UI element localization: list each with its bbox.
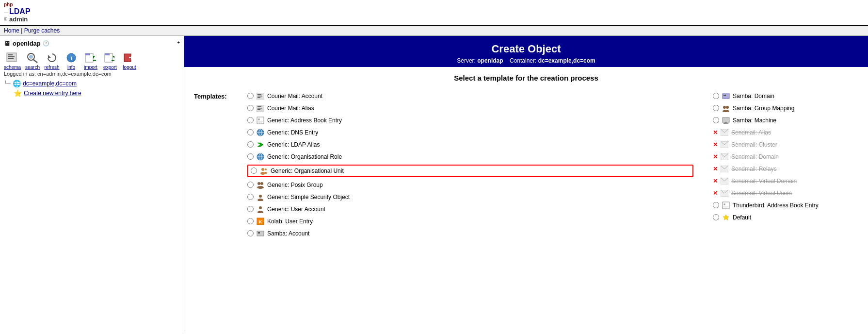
template-icon-generic-user-account: [256, 205, 265, 214]
create-object-title: Create Object: [184, 43, 868, 55]
svg-rect-22: [257, 94, 261, 95]
template-label-generic-org-unit: Generic: Organisational Unit: [271, 168, 344, 174]
search-icon-item[interactable]: search: [25, 51, 40, 70]
svg-rect-2: [8, 56, 15, 57]
template-radio-samba-account[interactable]: [247, 230, 254, 236]
template-item-generic-posix-group[interactable]: Generic: Posix Group: [247, 181, 693, 189]
template-icon-sendmail-alias: [720, 128, 729, 137]
template-radio-generic-org-role[interactable]: [247, 153, 254, 160]
template-label-generic-user-account: Generic: User Account: [267, 206, 325, 213]
ldap-row: — LDAP: [4, 7, 31, 16]
sidebar: + 🖥 openldap 🕐 schema: [0, 36, 184, 332]
svg-rect-31: [258, 121, 263, 121]
template-label-samba-account: Samba: Account: [267, 230, 309, 237]
template-radio-kolab-user-entry[interactable]: [247, 218, 254, 224]
sidebar-icons: schema search: [4, 51, 180, 70]
clock-icon: 🕐: [43, 40, 49, 47]
template-item-samba-domain[interactable]: Samba: Domain: [713, 92, 858, 100]
disabled-icon-sendmail-cluster: ✕: [713, 141, 718, 148]
template-label-thunderbird-address-book: Thunderbird: Address Book Entry: [733, 202, 819, 209]
refresh-icon-item[interactable]: refresh: [44, 51, 60, 70]
template-item-samba-machine[interactable]: Samba: Machine: [713, 116, 858, 125]
top-bar: php — LDAP ⊞ admin: [0, 0, 868, 26]
template-label-generic-ldap-alias: Generic: LDAP Alias: [267, 141, 320, 148]
template-item-kolab-user-entry[interactable]: KKolab: User Entry: [247, 217, 693, 226]
template-radio-generic-dns-entry[interactable]: [247, 129, 254, 135]
svg-rect-3: [8, 58, 14, 59]
template-item-generic-simple-security[interactable]: Generic: Simple Security Object: [247, 193, 693, 201]
template-item-courier-mail-alias[interactable]: Courier Mail: Alias: [247, 104, 693, 113]
tree-child-label[interactable]: Create new entry here: [24, 90, 81, 97]
template-radio-samba-domain[interactable]: [713, 93, 719, 99]
template-radio-generic-address-book[interactable]: [247, 117, 254, 123]
template-item-thunderbird-address-book[interactable]: Thunderbird: Address Book Entry: [713, 201, 858, 210]
globe-icon: 🌐: [13, 80, 21, 87]
template-radio-generic-user-account[interactable]: [247, 206, 254, 212]
svg-rect-23: [257, 96, 262, 97]
template-item-default[interactable]: Default: [713, 213, 858, 222]
purge-caches-link[interactable]: Purge caches: [24, 27, 60, 34]
template-radio-generic-simple-security[interactable]: [247, 194, 254, 200]
template-item-generic-dns-entry[interactable]: Generic: DNS Entry: [247, 128, 693, 137]
export-icon: [102, 51, 118, 65]
refresh-icon: [44, 51, 60, 65]
template-radio-samba-machine[interactable]: [713, 117, 719, 123]
template-radio-generic-ldap-alias[interactable]: [247, 141, 254, 148]
svg-point-47: [259, 195, 262, 198]
templates-label: Templates:: [194, 92, 247, 241]
template-item-courier-mail-account[interactable]: Courier Mail: Account: [247, 92, 693, 100]
template-icon-kolab-user-entry: K: [256, 217, 265, 226]
template-item-generic-org-role[interactable]: Generic: Organisational Role: [247, 152, 693, 161]
template-item-generic-user-account[interactable]: Generic: User Account: [247, 205, 693, 214]
svg-rect-56: [723, 95, 726, 96]
svg-rect-24: [257, 97, 260, 98]
tree-child-create[interactable]: ⭐ Create new entry here: [14, 89, 180, 97]
export-icon-item[interactable]: export: [102, 51, 118, 70]
template-radio-samba-group-mapping[interactable]: [713, 105, 719, 111]
svg-rect-27: [257, 108, 262, 109]
template-item-sendmail-virtual-domain: ✕Sendmail: Virtual Domain: [713, 177, 858, 185]
template-label-samba-domain: Samba: Domain: [733, 93, 774, 100]
svg-point-48: [257, 199, 263, 201]
template-label-sendmail-alias: Sendmail: Alias: [731, 129, 771, 136]
template-icon-courier-mail-account: [256, 92, 265, 100]
disabled-icon-sendmail-relays: ✕: [713, 166, 718, 172]
tree-node-dc[interactable]: └─ 🌐 dc=example,dc=com: [4, 80, 180, 87]
disabled-icon-sendmail-virtual-users: ✕: [713, 190, 718, 197]
select-template-title: Select a template for the creation proce…: [184, 67, 868, 87]
schema-icon-item[interactable]: schema: [4, 51, 21, 70]
logout-icon-item[interactable]: logout: [122, 51, 137, 70]
server-icon: 🖥: [4, 40, 10, 47]
template-item-generic-address-book[interactable]: Generic: Address Book Entry: [247, 116, 693, 125]
sidebar-expand-button[interactable]: +: [177, 40, 180, 45]
template-label-generic-org-role: Generic: Organisational Role: [267, 153, 342, 160]
template-item-generic-ldap-alias[interactable]: Generic: LDAP Alias: [247, 140, 693, 149]
container-label: Container:: [510, 57, 536, 64]
svg-rect-54: [258, 232, 260, 234]
template-item-samba-group-mapping[interactable]: Samba: Group Mapping: [713, 104, 858, 113]
template-item-samba-account[interactable]: Samba: Account: [247, 229, 693, 238]
template-radio-courier-mail-account[interactable]: [247, 93, 254, 99]
template-icon-sendmail-cluster: [720, 140, 729, 149]
template-label-generic-dns-entry: Generic: DNS Entry: [267, 129, 318, 136]
star-icon: ⭐: [14, 89, 22, 97]
tree-section: └─ 🌐 dc=example,dc=com ⭐ Create new entr…: [4, 80, 180, 97]
info-icon-item[interactable]: i info: [64, 51, 79, 70]
tree-node-label[interactable]: dc=example,dc=com: [23, 80, 77, 87]
template-item-generic-org-unit[interactable]: Generic: Organisational Unit: [247, 165, 693, 177]
template-radio-default[interactable]: [713, 214, 719, 220]
template-radio-generic-posix-group[interactable]: [247, 182, 254, 188]
template-radio-generic-org-unit[interactable]: [251, 168, 257, 174]
template-icon-samba-group-mapping: [722, 104, 730, 113]
home-link[interactable]: Home: [4, 27, 19, 34]
template-label-sendmail-virtual-users: Sendmail: Virtual Users: [731, 190, 792, 197]
svg-point-59: [723, 110, 729, 112]
import-icon-item[interactable]: import: [83, 51, 98, 70]
info-icon: i: [64, 51, 79, 65]
template-radio-courier-mail-alias[interactable]: [247, 105, 254, 111]
template-radio-thunderbird-address-book[interactable]: [713, 202, 719, 208]
sidebar-header: 🖥 openldap 🕐: [4, 40, 177, 47]
server-name: openldap: [13, 40, 41, 47]
templates-right: Samba: DomainSamba: Group MappingSamba: …: [703, 92, 858, 241]
svg-point-49: [259, 206, 262, 209]
